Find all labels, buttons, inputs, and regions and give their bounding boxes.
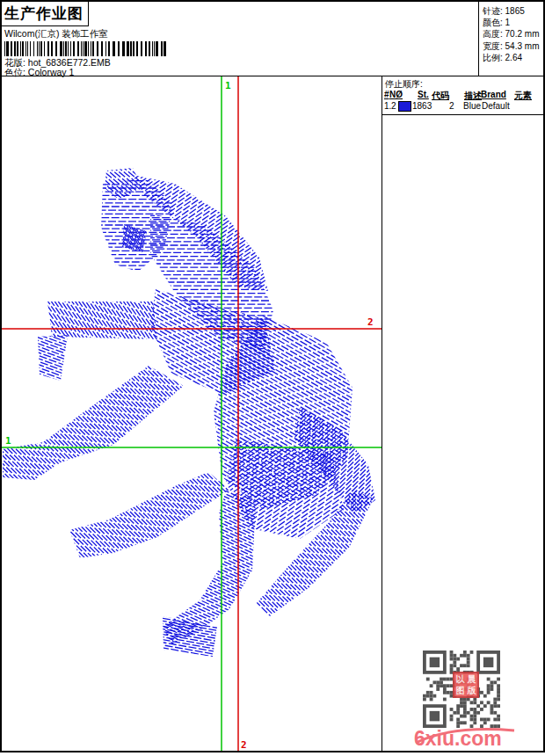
width-value: 54.3 mm (505, 41, 540, 51)
production-worksheet-page: 生产作业图 Wilcom(汇京) 装饰工作室 花版: hot_6836E772.… (0, 0, 545, 752)
width-label: 宽度: (483, 41, 503, 51)
stitches-label: 针迹: (483, 6, 503, 16)
barcode-image (4, 41, 166, 56)
svg-text:2: 2 (241, 739, 247, 751)
barcode (4, 41, 166, 56)
info-row-height: 高度: 70.2 mm (483, 28, 543, 40)
stamp-char: 晨 (466, 673, 477, 685)
stop-sequence-table: 停止顺序: # NØ St. 代码 描述 Brand 元素 1. 2 1863 … (382, 76, 543, 115)
svg-text:2: 2 (367, 316, 374, 328)
right-column: 停止顺序: # NØ St. 代码 描述 Brand 元素 1. 2 1863 … (382, 76, 543, 751)
cell-brand: Default (482, 101, 510, 111)
design-canvas: 1212 (2, 76, 382, 751)
col-desc: 描述 (464, 90, 482, 102)
svg-text:1: 1 (5, 435, 11, 447)
watermark-text: 6xiu.com (414, 727, 502, 751)
info-row-scale: 比例: 2.64 (483, 52, 543, 63)
cell-stitches: 1863 (412, 101, 432, 111)
scale-value: 2.64 (505, 53, 522, 62)
stamp-char: 以 (454, 673, 466, 685)
stop-sequence-title: 停止顺序: (385, 78, 423, 91)
thread-color-chip (398, 101, 411, 112)
info-row-colors: 颜色: 1 (483, 17, 543, 28)
main-section: 1212 停止顺序: # NØ St. 代码 描述 Brand 元素 1. 2 (2, 76, 543, 751)
site-watermark: 6xiu.com (412, 725, 521, 750)
col-needle: NØ (389, 90, 403, 99)
cell-code: 2 (449, 101, 454, 111)
colors-label: 颜色: (483, 18, 503, 27)
cell-desc: Blue (463, 101, 481, 111)
stitch-design-svg: 1212 (2, 76, 382, 751)
header-section: 生产作业图 Wilcom(汇京) 装饰工作室 花版: hot_6836E772.… (2, 2, 543, 76)
info-row-width: 宽度: 54.3 mm (483, 40, 543, 52)
page-title: 生产作业图 (2, 2, 89, 26)
col-code: 代码 (432, 90, 449, 102)
col-hash: # (384, 90, 389, 99)
cell-needle: 2 (391, 101, 396, 111)
col-brand: Brand (481, 90, 506, 99)
watermark-stamp: 以 晨 图 版 (453, 672, 479, 698)
col-stitches: St. (418, 90, 429, 99)
scale-label: 比例: (483, 53, 503, 62)
stamp-char: 版 (466, 685, 477, 696)
studio-name: Wilcom(汇京) 装饰工作室 (4, 28, 108, 40)
colors-value: 1 (505, 18, 511, 27)
stamp-char: 图 (454, 685, 466, 696)
info-row-stitches: 针迹: 1865 (483, 5, 543, 17)
height-label: 高度: (483, 29, 503, 39)
height-value: 70.2 mm (505, 29, 540, 39)
stitches-value: 1865 (505, 6, 525, 16)
design-info-panel: 针迹: 1865 颜色: 1 高度: 70.2 mm 宽度: 54.3 mm 比… (478, 2, 543, 76)
svg-text:1: 1 (225, 80, 231, 91)
col-element: 元素 (514, 90, 532, 102)
